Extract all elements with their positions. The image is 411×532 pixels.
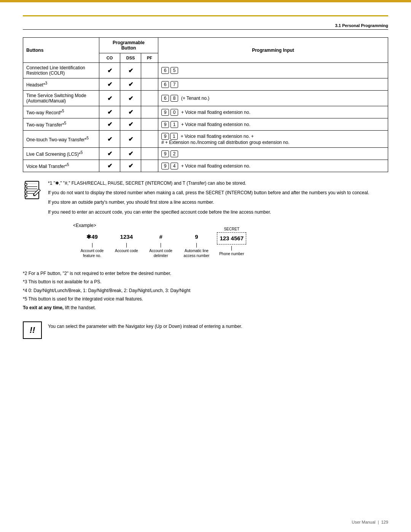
col-header-pf: PF xyxy=(141,53,158,63)
co-check: ✔ xyxy=(99,160,120,172)
pf-check xyxy=(141,91,158,106)
diagram-value: # xyxy=(159,232,162,241)
diagram-label: Account code xyxy=(115,248,138,253)
dss-check: ✔ xyxy=(120,63,141,78)
diagram-label: Phone number xyxy=(219,251,244,256)
col-header-buttons: Buttons xyxy=(23,38,99,63)
diagram-value: ✱49 xyxy=(86,232,98,241)
feature-name: Two-way Record*5 xyxy=(23,106,99,118)
col-header-programming-input: Programming Input xyxy=(158,38,388,63)
feature-name: Two-way Transfer*5 xyxy=(23,118,99,131)
section-header: 3.1 Personal Programming xyxy=(23,19,388,30)
example-section: <Example> ✱49 Account code feature no. 1… xyxy=(73,222,388,258)
diagram-label: Account code feature no. xyxy=(77,248,107,258)
col-header-programmable: Programmable Button xyxy=(99,38,158,53)
navigator-note-text: You can select the parameter with the Na… xyxy=(48,321,388,330)
exit-note: To exit at any time, lift the handset. xyxy=(23,304,388,312)
section-title: 3.1 Personal Programming xyxy=(335,23,388,28)
table-row: Two-way Record*5 ✔ ✔ 9 0 + Voice mail fl… xyxy=(23,106,388,118)
prog-input: 9 4 + Voice mail floating extension no. xyxy=(158,160,388,172)
diagram-value: 123 4567 xyxy=(220,235,244,241)
prog-input: 9 1 + Voice mail floating extension no. xyxy=(158,118,388,131)
co-check: ✔ xyxy=(99,78,120,91)
col-header-co: CO xyxy=(99,53,120,63)
diagram-line xyxy=(161,243,161,248)
note-line-4: If you need to enter an account code, yo… xyxy=(48,209,388,216)
dss-check: ✔ xyxy=(120,106,141,118)
diagram-item-delimiter: # Account code delimiter xyxy=(146,232,176,258)
col-header-dss: DSS xyxy=(120,53,141,63)
diagram-label: Account code delimiter xyxy=(146,248,176,258)
diagram-label: Automatic lineaccess number xyxy=(184,248,210,258)
pf-check xyxy=(141,78,158,91)
note-line-2: If you do not want to display the stored… xyxy=(48,189,388,197)
footnote-4: *5 This button is used for the integrate… xyxy=(23,295,388,303)
svg-point-8 xyxy=(25,191,27,193)
note-text-block: *1 "✱," "#," FLASH/RECALL, PAUSE, SECRET… xyxy=(48,180,388,262)
dss-check: ✔ xyxy=(120,148,141,160)
feature-name: Headset*3 xyxy=(23,78,99,91)
dss-check: ✔ xyxy=(120,91,141,106)
svg-point-6 xyxy=(25,183,27,185)
diagram-item-account-code: 1234 Account code xyxy=(115,232,138,253)
co-check: ✔ xyxy=(99,63,120,78)
diagram-line xyxy=(231,246,232,251)
table-row: Headset*3 ✔ ✔ 6 7 xyxy=(23,78,388,91)
bang-icon: !! xyxy=(23,321,42,339)
page-footer: User Manual | 129 xyxy=(352,520,388,524)
prog-input: 6 5 xyxy=(158,63,388,78)
feature-name: One-touch Two-way Transfer*5 xyxy=(23,131,99,148)
prog-input: 9 2 xyxy=(158,148,388,160)
dss-check: ✔ xyxy=(120,131,141,148)
diagram-item-phone: SECRET 123 4567 Phone number xyxy=(217,232,246,256)
exit-note-text: lift the handset. xyxy=(65,305,96,310)
co-check: ✔ xyxy=(99,106,120,118)
programming-table: Buttons Programmable Button Programming … xyxy=(23,37,388,172)
svg-point-9 xyxy=(25,195,27,197)
note-line-3: If you store an outside party's number, … xyxy=(48,199,388,206)
exit-note-bold: To exit at any time, xyxy=(23,305,64,310)
example-diagram: ✱49 Account code feature no. 1234 Accoun… xyxy=(77,232,388,258)
table-row: Voice Mail Transfer*5 ✔ ✔ 9 4 + Voice ma… xyxy=(23,160,388,172)
pf-check xyxy=(141,160,158,172)
feature-name: Live Call Screening (LCS)*5 xyxy=(23,148,99,160)
feature-name: Time Service Switching Mode(Automatic/Ma… xyxy=(23,91,99,106)
navigator-note-section: !! You can select the parameter with the… xyxy=(23,321,388,339)
footnote-1: *2 For a PF button, "2" is not required … xyxy=(23,270,388,277)
co-check: ✔ xyxy=(99,91,120,106)
footer-page: 129 xyxy=(381,520,388,524)
table-row: One-touch Two-way Transfer*5 ✔ ✔ 9 1 + V… xyxy=(23,131,388,148)
diagram-line xyxy=(196,243,197,248)
diagram-item-feature-no: ✱49 Account code feature no. xyxy=(77,232,107,258)
footer-label: User Manual xyxy=(352,520,375,524)
co-check: ✔ xyxy=(99,148,120,160)
co-check: ✔ xyxy=(99,118,120,131)
svg-point-7 xyxy=(25,187,27,189)
footnote-2: *3 This button is not available for a PS… xyxy=(23,278,388,286)
footnotes-section: *2 For a PF button, "2" is not required … xyxy=(23,270,388,312)
pf-check xyxy=(141,131,158,148)
dss-check: ✔ xyxy=(120,118,141,131)
pf-check xyxy=(141,118,158,131)
dss-check: ✔ xyxy=(120,160,141,172)
footnote-3: *4 0: Day/Night/Lunch/Break, 1: Day/Nigh… xyxy=(23,287,388,294)
prog-input: 6 7 xyxy=(158,78,388,91)
feature-name: Voice Mail Transfer*5 xyxy=(23,160,99,172)
diagram-line xyxy=(92,243,92,248)
note-line-1: *1 "✱," "#," FLASH/RECALL, PAUSE, SECRET… xyxy=(48,180,388,187)
diagram-value: 9 xyxy=(195,232,198,241)
diagram-item-line-access: 9 Automatic lineaccess number xyxy=(184,232,210,258)
feature-name: Connected Line IdentificationRestriction… xyxy=(23,63,99,78)
table-row: Live Call Screening (LCS)*5 ✔ ✔ 9 2 xyxy=(23,148,388,160)
table-row: Two-way Transfer*5 ✔ ✔ 9 1 + Voice mail … xyxy=(23,118,388,131)
secret-label: SECRET xyxy=(224,226,239,232)
note-section: *1 "✱," "#," FLASH/RECALL, PAUSE, SECRET… xyxy=(23,180,388,262)
prog-input: 6 8 (+ Tenant no.) xyxy=(158,91,388,106)
pf-check xyxy=(141,148,158,160)
co-check: ✔ xyxy=(99,131,120,148)
pf-check xyxy=(141,63,158,78)
prog-input: 9 1 + Voice mail floating extension no. … xyxy=(158,131,388,148)
pf-check xyxy=(141,106,158,118)
note-icon xyxy=(23,181,42,203)
secret-box: 123 4567 xyxy=(217,232,246,244)
